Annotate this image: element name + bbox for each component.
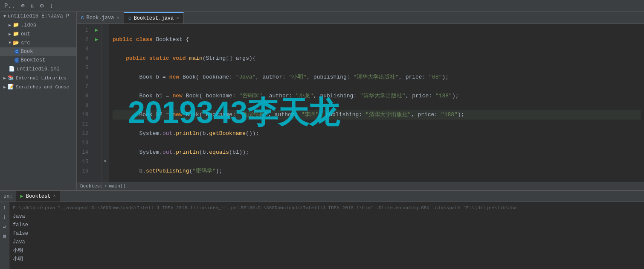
folder-icon-out: 📁 xyxy=(13,31,19,37)
ext-libs-label: External Libraries xyxy=(16,76,67,81)
folder-icon-src: 📂 xyxy=(13,40,19,46)
ln-8: 8 xyxy=(80,91,88,101)
editor-area: C Book.java × C Booktest.java × 2019343李… xyxy=(77,12,644,190)
ln-2: 2 xyxy=(80,35,88,44)
sidebar-item-book[interactable]: C Book xyxy=(0,47,76,56)
console-out-6: 小明 xyxy=(13,255,641,263)
code-line-5: Book b2 = new Book( bookname: "数据结构", au… xyxy=(113,110,641,120)
ln-15: 15 xyxy=(80,157,88,167)
fold-gutter: ▼ xyxy=(102,24,109,182)
scratches-icon: 📝 xyxy=(8,84,14,90)
java-icon-booktest: C xyxy=(15,58,19,63)
java-tab-icon-book: C xyxy=(81,15,84,20)
filter-btn[interactable]: ▤ xyxy=(1,232,9,240)
tab-book-java[interactable]: C Book.java × xyxy=(77,12,124,23)
tab-booktest-java[interactable]: C Booktest.java × xyxy=(124,12,184,23)
toolbar: P.. ⊕ ⇅ ⚙ ↕ xyxy=(0,0,644,12)
out-label: out xyxy=(21,31,30,37)
ln-3: 3 xyxy=(80,44,88,54)
ln-11: 11 xyxy=(80,120,88,129)
ln-7: 7 xyxy=(80,82,88,91)
bottom-tab-booktest[interactable]: ▶ Booktest × xyxy=(16,191,61,202)
sidebar: ▼ untitled16 E:\Java P ▶ 📁 .idea ▶ 📁 out… xyxy=(0,12,77,190)
tab-booktest-label: Booktest.java xyxy=(134,15,174,21)
console-out-4: Java xyxy=(13,238,641,246)
bottom-left-buttons: ↑ ↓ ⇄ ▤ xyxy=(0,202,9,269)
wrap-btn[interactable]: ⇄ xyxy=(1,222,9,230)
code-lines[interactable]: public class Booktest { public static vo… xyxy=(109,24,644,182)
tab-book-label: Book.java xyxy=(87,15,114,21)
code-line-1: public class Booktest { xyxy=(113,35,641,44)
console-out-3: false xyxy=(13,229,641,238)
ln-1: 1 xyxy=(80,26,88,35)
code-line-4: Book b1 = new Book( bookname: "密码学", aut… xyxy=(113,91,641,101)
ln-4: 4 xyxy=(80,54,88,63)
sidebar-item-project[interactable]: ▼ untitled16 E:\Java P xyxy=(0,12,76,20)
code-line-2: public static void main(String[] args){ xyxy=(113,54,641,63)
ln-12: 12 xyxy=(80,129,88,138)
ln-14: 14 xyxy=(80,148,88,157)
expand-icon[interactable]: ↕ xyxy=(48,2,55,10)
breadcrumb-class: Booktest xyxy=(80,184,103,189)
sidebar-item-out[interactable]: ▶ 📁 out xyxy=(0,29,76,38)
sidebar-item-booktest[interactable]: C Booktest xyxy=(0,56,76,64)
expand-arrow-out: ▶ xyxy=(9,32,11,37)
ln-9: 9 xyxy=(80,101,88,110)
bottom-tab-label: Booktest xyxy=(26,193,51,199)
tab-booktest-close[interactable]: × xyxy=(176,16,179,21)
run-btn-2[interactable]: ▶ xyxy=(92,35,101,44)
ln-5: 5 xyxy=(80,63,88,73)
expand-arrow-src: ▼ xyxy=(9,41,11,45)
sort-icon[interactable]: ⇅ xyxy=(29,1,36,10)
main-layout: ▼ untitled16 E:\Java P ▶ 📁 .idea ▶ 📁 out… xyxy=(0,12,644,190)
console-out-1: Java xyxy=(13,212,641,221)
run-label: un: xyxy=(0,191,16,202)
ln-6: 6 xyxy=(80,73,88,82)
folder-icon: 📁 xyxy=(13,22,19,28)
ln-13: 13 xyxy=(80,138,88,148)
ln-10: 10 xyxy=(80,110,88,120)
code-editor[interactable]: 2019343李天龙 1 2 3 4 5 6 7 8 9 10 11 12 13 xyxy=(77,24,644,182)
code-line-7: System.out.println(b.equals(b1)); xyxy=(113,148,641,157)
sidebar-item-iml[interactable]: 📄 untitled16.iml xyxy=(0,64,76,73)
scratches-label: Scratches and Consc xyxy=(16,85,69,90)
console-output: E:\jdk\bin\java "-javaagent:D:\360Downlo… xyxy=(9,202,644,269)
console-out-5: 小明 xyxy=(13,246,641,255)
idea-label: .idea xyxy=(21,22,36,28)
code-line-6: System.out.println(b.getBookname()); xyxy=(113,129,641,138)
bottom-run-icon: ▶ xyxy=(20,193,23,199)
settings-icon[interactable]: ⚙ xyxy=(38,1,45,10)
ext-libs-icon: 📚 xyxy=(8,75,14,81)
scroll-up-btn[interactable]: ↑ xyxy=(1,204,9,211)
project-label: untitled16 E:\Java P xyxy=(8,13,69,19)
run-gutter: ▶ ▶ xyxy=(92,24,102,182)
iml-icon: 📄 xyxy=(9,66,15,72)
bottom-panel: un: ▶ Booktest × ↑ ↓ ⇄ ▤ E:\jdk\bin\java… xyxy=(0,190,644,269)
sidebar-item-ext-libs[interactable]: ▶ 📚 External Libraries xyxy=(0,73,76,82)
bottom-content: ↑ ↓ ⇄ ▤ E:\jdk\bin\java "-javaagent:D:\3… xyxy=(0,202,644,269)
console-cmd: E:\jdk\bin\java "-javaagent:D:\360Downlo… xyxy=(13,204,641,212)
code-line-8: b.setPublishing("密码学"); xyxy=(113,167,641,176)
expand-arrow-ext: ▶ xyxy=(3,76,6,81)
bottom-tab-close[interactable]: × xyxy=(53,194,55,199)
collapse-arrow: ▼ xyxy=(3,14,6,19)
project-icon[interactable]: P.. xyxy=(3,2,17,10)
run-btn-1[interactable]: ▶ xyxy=(92,26,101,35)
sidebar-item-scratches[interactable]: ▶ 📝 Scratches and Consc xyxy=(0,82,76,91)
java-tab-icon-booktest: C xyxy=(128,16,131,21)
book-label: Book xyxy=(21,49,33,55)
ln-16: 16 xyxy=(80,167,88,176)
breadcrumb-sep: › xyxy=(104,184,107,189)
tab-book-close[interactable]: × xyxy=(116,15,119,20)
sidebar-item-idea[interactable]: ▶ 📁 .idea xyxy=(0,20,76,29)
fold-btn-15[interactable]: ▼ xyxy=(102,157,109,167)
booktest-label: Booktest xyxy=(21,57,46,63)
expand-arrow-idea: ▶ xyxy=(9,23,11,28)
tab-bar: C Book.java × C Booktest.java × xyxy=(77,12,644,24)
sidebar-item-src[interactable]: ▼ 📂 src xyxy=(0,38,76,47)
bottom-tab-bar: un: ▶ Booktest × xyxy=(0,191,644,202)
console-out-2: false xyxy=(13,221,641,229)
scroll-down-btn[interactable]: ↓ xyxy=(1,213,9,221)
add-icon[interactable]: ⊕ xyxy=(19,1,26,10)
code-line-3: Book b = new Book( bookname: "Java", aut… xyxy=(113,73,641,82)
